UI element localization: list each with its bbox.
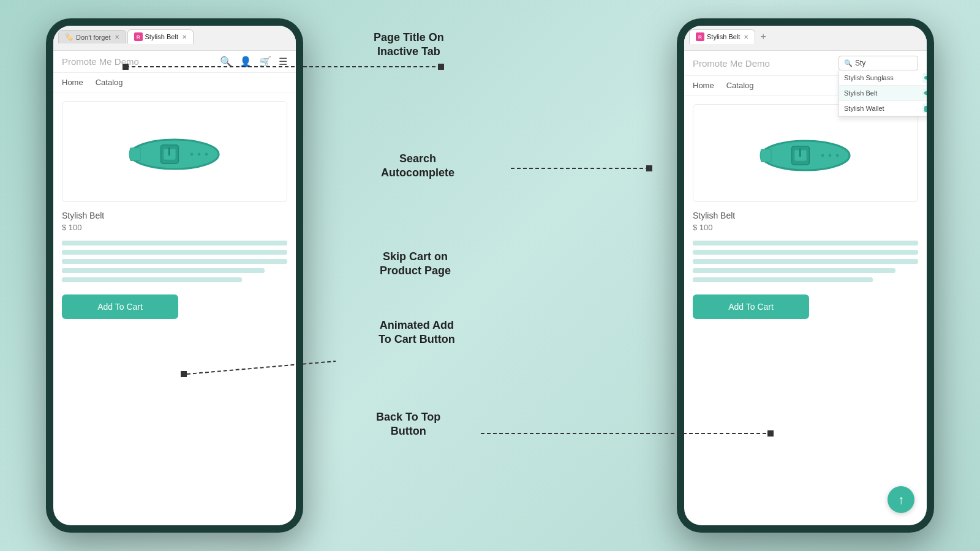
svg-rect-30 bbox=[646, 165, 652, 171]
autocomplete-item-sunglass[interactable]: Stylish Sunglass bbox=[839, 70, 927, 86]
svg-point-4 bbox=[190, 152, 194, 156]
svg-point-6 bbox=[205, 152, 208, 156]
tab-stylish-belt-left[interactable]: R Stylish Belt ✕ bbox=[127, 29, 194, 44]
tab-bar-left: 🏷️ Don't forget ✕ R Stylish Belt ✕ bbox=[58, 29, 291, 44]
site-header-right: Promote Me Demo 🔍 Sty Stylish Sunglass bbox=[684, 51, 927, 76]
search-icon-right: 🔍 bbox=[844, 59, 853, 67]
svg-point-5 bbox=[198, 152, 201, 156]
product-content-right: Stylish Belt $ 100 Add To Cart bbox=[684, 96, 927, 328]
svg-point-23 bbox=[829, 154, 832, 157]
browser-chrome-left: 🏷️ Don't forget ✕ R Stylish Belt ✕ bbox=[53, 26, 296, 51]
search-input-box[interactable]: 🔍 Sty bbox=[839, 56, 918, 70]
autocomplete-wallet-thumb bbox=[922, 103, 927, 113]
tab-stylish-belt-label-right: Stylish Belt bbox=[707, 33, 740, 40]
product-desc-right bbox=[693, 241, 918, 282]
autocomplete-item-wallet[interactable]: Stylish Wallet bbox=[839, 101, 927, 116]
product-price-left: $ 100 bbox=[62, 223, 287, 232]
autocomplete-sunglass-thumb bbox=[922, 73, 927, 83]
r-favicon-icon: R bbox=[134, 32, 143, 41]
tab-bar-right: R Stylish Belt ✕ + bbox=[689, 29, 922, 44]
back-to-top-arrow-icon: ↑ bbox=[898, 493, 904, 506]
add-to-cart-button-right[interactable]: Add To Cart bbox=[693, 294, 809, 319]
nav-home-right[interactable]: Home bbox=[693, 81, 714, 90]
product-content-left: Stylish Belt $ 100 Add To Cart bbox=[53, 92, 296, 328]
tab-stylish-belt-label: Stylish Belt bbox=[145, 33, 178, 40]
annotation-animated-add: Animated Add To Cart Button bbox=[379, 318, 455, 347]
annotation-back-to-top: Back To Top Button bbox=[376, 410, 440, 439]
right-phone: R Stylish Belt ✕ + Promote Me Demo 🔍 Sty… bbox=[677, 18, 934, 533]
product-title-left: Stylish Belt bbox=[62, 211, 287, 220]
site-header-left: Promote Me Demo 🔍 👤 🛒 ☰ bbox=[53, 51, 296, 73]
right-phone-screen: R Stylish Belt ✕ + Promote Me Demo 🔍 Sty… bbox=[684, 26, 927, 525]
site-icons-left: 🔍 👤 🛒 ☰ bbox=[220, 56, 287, 67]
desc-line-1 bbox=[62, 241, 287, 246]
product-price-right: $ 100 bbox=[693, 223, 918, 232]
autocomplete-sunglass-label: Stylish Sunglass bbox=[844, 74, 894, 81]
desc-line-r4 bbox=[693, 268, 895, 273]
back-to-top-button[interactable]: ↑ bbox=[888, 486, 914, 513]
svg-rect-28 bbox=[438, 64, 444, 70]
r-favicon-icon-right: R bbox=[696, 32, 704, 41]
autocomplete-item-belt[interactable]: Stylish Belt bbox=[839, 86, 927, 101]
tab-close-right-icon[interactable]: ✕ bbox=[744, 34, 748, 40]
annotation-skip-cart: Skip Cart on Product Page bbox=[380, 250, 451, 279]
left-phone: 🏷️ Don't forget ✕ R Stylish Belt ✕ Promo… bbox=[46, 18, 303, 533]
desc-line-4 bbox=[62, 268, 265, 273]
svg-point-22 bbox=[821, 154, 824, 157]
autocomplete-belt-thumb bbox=[922, 88, 927, 98]
tab-dont-forget[interactable]: 🏷️ Don't forget ✕ bbox=[58, 30, 126, 43]
nav-home-left[interactable]: Home bbox=[62, 78, 83, 87]
cart-icon[interactable]: 🛒 bbox=[259, 56, 271, 67]
svg-rect-7 bbox=[168, 147, 170, 156]
desc-line-r1 bbox=[693, 241, 918, 246]
annotation-search-autocomplete: Search Autocomplete bbox=[381, 152, 454, 181]
product-image-right bbox=[693, 104, 918, 202]
tab-close-active-icon[interactable]: ✕ bbox=[182, 34, 187, 40]
desc-line-5 bbox=[62, 277, 242, 282]
desc-line-r2 bbox=[693, 250, 918, 255]
desc-line-r3 bbox=[693, 259, 918, 264]
left-phone-screen: 🏷️ Don't forget ✕ R Stylish Belt ✕ Promo… bbox=[53, 26, 296, 525]
product-title-right: Stylish Belt bbox=[693, 211, 918, 220]
belt-illustration-right bbox=[756, 126, 854, 181]
tab-dont-forget-label: Don't forget bbox=[76, 34, 111, 41]
account-icon[interactable]: 👤 bbox=[239, 56, 252, 67]
desc-line-3 bbox=[62, 259, 287, 264]
svg-rect-25 bbox=[799, 148, 801, 157]
menu-icon[interactable]: ☰ bbox=[279, 56, 287, 67]
search-bar-right: 🔍 Sty Stylish Sunglass Stylish Belt bbox=[839, 56, 918, 70]
belt-illustration-left bbox=[126, 124, 224, 179]
browser-chrome-right: R Stylish Belt ✕ + bbox=[684, 26, 927, 51]
svg-rect-16 bbox=[924, 106, 927, 112]
site-logo-left: Promote Me Demo bbox=[62, 56, 139, 67]
nav-catalog-left[interactable]: Catalog bbox=[96, 78, 123, 87]
annotation-page-title: Page Title On Inactive Tab bbox=[374, 31, 444, 59]
product-image-left bbox=[62, 101, 287, 202]
desc-line-r5 bbox=[693, 277, 873, 282]
search-input-text: Sty bbox=[855, 59, 865, 67]
product-desc-left bbox=[62, 241, 287, 282]
autocomplete-wallet-label: Stylish Wallet bbox=[844, 105, 884, 112]
autocomplete-dropdown: Stylish Sunglass Stylish Belt Stylish Wa… bbox=[839, 70, 927, 117]
nav-catalog-right[interactable]: Catalog bbox=[726, 81, 754, 90]
add-to-cart-button-left[interactable]: Add To Cart bbox=[62, 294, 178, 319]
site-logo-right: Promote Me Demo bbox=[693, 58, 770, 69]
tab-stylish-belt-right[interactable]: R Stylish Belt ✕ bbox=[689, 29, 755, 44]
emoji-icon: 🏷️ bbox=[65, 33, 74, 41]
desc-line-2 bbox=[62, 250, 287, 255]
tab-close-icon[interactable]: ✕ bbox=[115, 34, 119, 40]
svg-point-24 bbox=[836, 154, 839, 157]
site-nav-left: Home Catalog bbox=[53, 73, 296, 92]
new-tab-button[interactable]: + bbox=[756, 31, 769, 42]
autocomplete-belt-label: Stylish Belt bbox=[844, 89, 877, 97]
search-icon[interactable]: 🔍 bbox=[220, 56, 232, 67]
